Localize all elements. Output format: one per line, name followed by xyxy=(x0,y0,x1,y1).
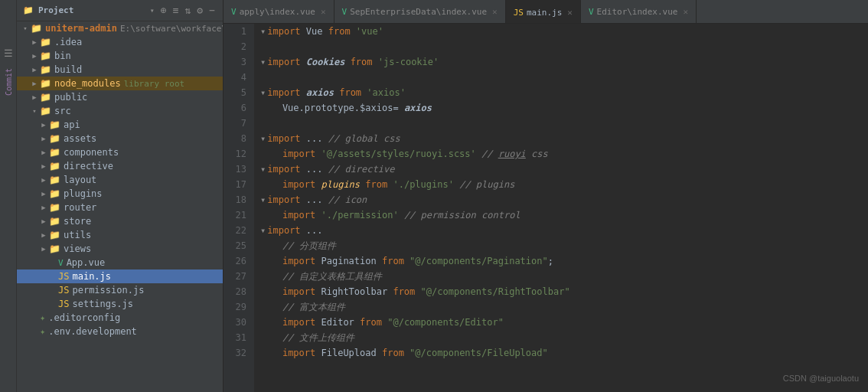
code-line-30: import Editor from "@/components/Editor" xyxy=(260,315,868,330)
code-line-6: Vue.prototype.$axios= axios xyxy=(260,100,868,116)
tab-editor-index[interactable]: V Editor\index.vue ✕ xyxy=(581,0,697,23)
settings-icon[interactable]: ⚙ xyxy=(195,4,204,17)
code-line-22: ▾import ... xyxy=(260,223,868,238)
tab-label: Editor\index.vue xyxy=(597,7,678,17)
code-line-28: import RightToolbar from "@/components/R… xyxy=(260,284,868,299)
commit-panel-icon[interactable]: Commit xyxy=(2,75,15,89)
sidebar-title: Project xyxy=(38,5,145,15)
tab-close-apply[interactable]: ✕ xyxy=(321,7,326,17)
sidebar-toolbar: ⊕ ≡ ⇅ ⚙ − xyxy=(159,4,217,17)
tree-item-router[interactable]: ▶ 📁 router xyxy=(17,201,223,214)
tree-item-build[interactable]: ▶ 📁 build xyxy=(17,63,223,77)
root-path: E:\software\workface\uniterm-admin xyxy=(120,24,223,34)
code-line-31: // 文件上传组件 xyxy=(260,330,868,345)
add-icon[interactable]: ⊕ xyxy=(159,4,168,17)
code-editor: 1 2 3 4 5 6 7 8 12 13 17 18 21 22 25 26 … xyxy=(224,24,868,392)
tab-label: apply\index.vue xyxy=(240,7,315,17)
code-line-17: import plugins from './plugins' // plugi… xyxy=(260,177,868,192)
code-line-13: ▾import ... // directive xyxy=(260,162,868,177)
sidebar-header: 📁 Project ▾ ⊕ ≡ ⇅ ⚙ − xyxy=(17,0,223,21)
tree-item-main-js[interactable]: JS main.js xyxy=(17,270,223,283)
tree-item-src[interactable]: ▾ 📁 src xyxy=(17,104,223,118)
sidebar: 📁 Project ▾ ⊕ ≡ ⇅ ⚙ − ▾ 📁 uniterm-admin … xyxy=(17,0,224,392)
tab-close-sep[interactable]: ✕ xyxy=(492,7,498,17)
code-line-4 xyxy=(260,70,868,85)
more-icon[interactable]: ⇅ xyxy=(184,4,193,17)
code-line-29: // 富文本组件 xyxy=(260,299,868,315)
tree-item-settings-js[interactable]: JS settings.js xyxy=(17,297,223,311)
tree-item-components[interactable]: ▶ 📁 components xyxy=(17,145,223,159)
tree-item-editorconfig[interactable]: ✦ .editorconfig xyxy=(17,311,223,325)
collapse-icon[interactable]: ≡ xyxy=(171,4,181,17)
line-numbers: 1 2 3 4 5 6 7 8 12 13 17 18 21 22 25 26 … xyxy=(224,24,254,392)
js-icon: JS xyxy=(514,8,524,18)
tab-sep-enterprise[interactable]: V SepEnterpriseData\index.vue ✕ xyxy=(334,0,506,23)
vue-icon: V xyxy=(231,7,237,17)
tree-item-idea[interactable]: ▶ 📁 .idea xyxy=(17,35,223,49)
tab-label: SepEnterpriseData\index.vue xyxy=(350,7,487,17)
tree-root[interactable]: ▾ 📁 uniterm-admin E:\software\workface\u… xyxy=(17,21,223,35)
tree-item-public[interactable]: ▶ 📁 public xyxy=(17,90,223,104)
left-side-panel: ☰ Commit xyxy=(0,0,17,392)
code-line-32: import FileUpload from "@/components/Fil… xyxy=(260,345,868,361)
tree-item-assets[interactable]: ▶ 📁 assets xyxy=(17,132,223,145)
tree-item-bin[interactable]: ▶ 📁 bin xyxy=(17,49,223,63)
minimize-icon[interactable]: − xyxy=(207,4,217,17)
tree-item-views[interactable]: ▶ 📁 views xyxy=(17,242,223,256)
file-tree: ▾ 📁 uniterm-admin E:\software\workface\u… xyxy=(17,21,223,392)
vue-icon: V xyxy=(589,7,594,17)
tab-bar: V apply\index.vue ✕ V SepEnterpriseData\… xyxy=(224,0,868,24)
code-line-7 xyxy=(260,116,868,131)
code-line-12: import '@/assets/styles/ruoyi.scss' // r… xyxy=(260,146,868,162)
tree-item-api[interactable]: ▶ 📁 api xyxy=(17,118,223,132)
fold-1[interactable]: ▾ xyxy=(260,24,266,39)
tab-close-main[interactable]: ✕ xyxy=(567,8,573,18)
code-line-25: // 分页组件 xyxy=(260,238,868,253)
project-panel-icon[interactable]: ☰ xyxy=(2,46,15,60)
tree-item-env[interactable]: ✦ .env.development xyxy=(17,325,223,338)
tree-item-store[interactable]: ▶ 📁 store xyxy=(17,214,223,228)
tree-item-utils[interactable]: ▶ 📁 utils xyxy=(17,228,223,242)
code-line-3: ▾import Cookies from 'js-cookie' xyxy=(260,54,868,70)
tree-item-node-modules[interactable]: ▶ 📁 node_modules library root xyxy=(17,77,223,90)
tab-main-js[interactable]: JS main.js ✕ xyxy=(506,0,581,23)
code-line-8: ▾import ... // global css xyxy=(260,131,868,146)
code-line-27: // 自定义表格工具组件 xyxy=(260,269,868,284)
tree-item-plugins[interactable]: ▶ 📁 plugins xyxy=(17,187,223,201)
vue-icon: V xyxy=(342,7,348,17)
tree-item-layout[interactable]: ▶ 📁 layout xyxy=(17,173,223,187)
watermark: CSDN @taiguolaotu xyxy=(783,374,859,383)
code-line-21: import './permission' // permission cont… xyxy=(260,207,868,223)
code-content: ▾import Vue from 'vue' ▾import Cookies f… xyxy=(254,24,868,392)
tab-label: main.js xyxy=(527,8,562,18)
tab-close-editor[interactable]: ✕ xyxy=(683,7,688,17)
code-line-2 xyxy=(260,39,868,54)
tree-item-app-vue[interactable]: V App.vue xyxy=(17,256,223,270)
editor-area: V apply\index.vue ✕ V SepEnterpriseData\… xyxy=(224,0,868,392)
code-line-1: ▾import Vue from 'vue' xyxy=(260,24,868,39)
tab-apply-index[interactable]: V apply\index.vue ✕ xyxy=(224,0,334,23)
root-label: uniterm-admin xyxy=(45,23,117,34)
code-line-26: import Pagination from "@/components/Pag… xyxy=(260,253,868,269)
code-line-5: ▾import axios from 'axios' xyxy=(260,85,868,100)
tree-item-permission-js[interactable]: JS permission.js xyxy=(17,283,223,297)
tree-item-directive[interactable]: ▶ 📁 directive xyxy=(17,159,223,173)
code-line-18: ▾import ... // icon xyxy=(260,192,868,207)
